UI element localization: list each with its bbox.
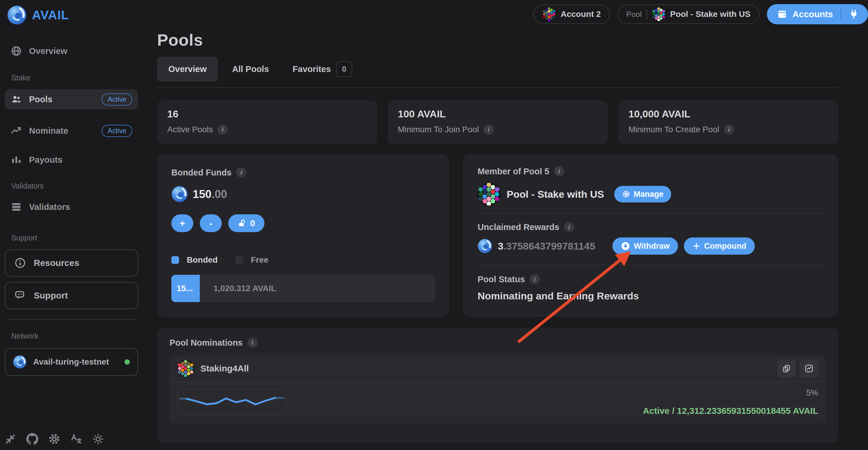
accounts-button-label: Accounts bbox=[793, 9, 833, 19]
stat-value: 100 AVAIL bbox=[398, 108, 598, 120]
stat-min-create: 10,000 AVAIL Minimum To Create Pool i bbox=[618, 100, 838, 144]
copy-address-button[interactable] bbox=[777, 359, 796, 378]
people-icon bbox=[11, 94, 22, 105]
tabs-divider bbox=[157, 88, 838, 88]
nomination-row: Staking4All bbox=[169, 355, 826, 423]
unclaimed-rewards-title: Unclaimed Rewards bbox=[477, 222, 559, 232]
app-root: AVAIL Overview Stake Pools Active Nomina… bbox=[0, 0, 868, 450]
wallet-icon bbox=[777, 9, 788, 20]
section-label-network: Network bbox=[5, 332, 138, 340]
network-name: Avail-turing-testnet bbox=[33, 357, 109, 367]
reward-amount: 3 bbox=[498, 240, 503, 252]
gear-icon bbox=[622, 190, 630, 198]
pool-status-title: Pool Status bbox=[477, 275, 525, 284]
avail-logo-icon bbox=[7, 5, 27, 25]
info-icon[interactable]: i bbox=[554, 166, 564, 176]
info-icon[interactable]: i bbox=[724, 125, 734, 135]
network-status-dot bbox=[125, 359, 130, 365]
sidebar-item-validators[interactable]: Validators bbox=[5, 197, 138, 217]
brand[interactable]: AVAIL bbox=[5, 5, 138, 25]
sidebar-item-support[interactable]: Support bbox=[5, 282, 138, 309]
sidebar-item-label: Validators bbox=[29, 202, 70, 212]
performance-sparkline bbox=[177, 389, 286, 415]
active-badge: Active bbox=[102, 93, 132, 105]
sidebar-footer bbox=[4, 432, 105, 446]
cards-row: Bonded Funds i 150.00 + - bbox=[157, 155, 838, 317]
stat-label: Minimum To Create Pool bbox=[628, 125, 719, 134]
sun-icon bbox=[92, 433, 104, 445]
sidebar-item-label: Resources bbox=[34, 258, 79, 268]
withdraw-button[interactable]: Withdraw bbox=[613, 237, 678, 255]
sidebar-item-pools[interactable]: Pools Active bbox=[5, 89, 138, 109]
accounts-button[interactable]: Accounts bbox=[767, 9, 841, 20]
sidebar-item-label: Overview bbox=[29, 46, 67, 56]
manage-button[interactable]: Manage bbox=[614, 186, 672, 202]
sidebar-item-label: Support bbox=[34, 291, 68, 300]
pool-nominations-card: Pool Nominations i Staking4All bbox=[157, 328, 838, 443]
pool-identicon-icon bbox=[652, 7, 665, 21]
info-icon[interactable]: i bbox=[564, 222, 574, 232]
plug-icon bbox=[848, 9, 859, 20]
language-button[interactable] bbox=[69, 432, 83, 446]
avail-logo-icon bbox=[13, 355, 27, 369]
language-icon bbox=[70, 433, 82, 445]
info-icon[interactable]: i bbox=[530, 274, 540, 284]
tab-all-pools[interactable]: All Pools bbox=[223, 57, 278, 82]
connect-button[interactable] bbox=[841, 9, 868, 20]
pill-separator bbox=[647, 9, 647, 19]
network-selector[interactable]: Avail-turing-testnet bbox=[5, 348, 138, 376]
pool-identicon-icon bbox=[477, 183, 500, 205]
stat-active-pools: 16 Active Pools i bbox=[157, 100, 377, 144]
sidebar: AVAIL Overview Stake Pools Active Nomina… bbox=[0, 0, 145, 450]
compound-button[interactable]: Compound bbox=[684, 237, 754, 255]
pool-pill[interactable]: Pool Pool - Stake with US bbox=[618, 4, 760, 24]
manage-button-label: Manage bbox=[634, 190, 664, 199]
divider bbox=[477, 213, 824, 213]
brand-name: AVAIL bbox=[32, 8, 69, 22]
validator-name: Staking4All bbox=[200, 363, 249, 374]
view-metrics-button[interactable] bbox=[800, 359, 818, 378]
sidebar-item-label: Pools bbox=[29, 95, 53, 104]
accounts-button-group: Accounts bbox=[767, 4, 868, 24]
sidebar-item-resources[interactable]: Resources bbox=[5, 249, 138, 277]
github-button[interactable] bbox=[26, 432, 39, 446]
info-icon[interactable]: i bbox=[248, 338, 258, 348]
plus-icon bbox=[692, 242, 701, 250]
tab-overview[interactable]: Overview bbox=[157, 57, 218, 82]
info-icon[interactable]: i bbox=[236, 167, 246, 178]
section-label-validators: Validators bbox=[5, 182, 138, 190]
stat-label: Active Pools bbox=[167, 125, 213, 134]
bonded-legend-label: Bonded bbox=[187, 255, 218, 265]
account-pill[interactable]: Account 2 bbox=[533, 4, 610, 24]
pool-membership-card: Member of Pool 5 i Pool - Stake with US … bbox=[463, 155, 838, 317]
theme-toggle-button[interactable] bbox=[91, 432, 105, 446]
account-identicon-icon bbox=[542, 7, 556, 21]
collapse-sidebar-button[interactable] bbox=[4, 432, 17, 446]
commission-value: 5% bbox=[806, 388, 818, 397]
sidebar-item-overview[interactable]: Overview bbox=[5, 41, 138, 61]
unlock-icon bbox=[238, 219, 247, 228]
bar-chart-icon bbox=[11, 154, 22, 165]
settings-button[interactable] bbox=[48, 432, 61, 446]
tab-favorites[interactable]: Favorites 0 bbox=[283, 57, 352, 82]
pool-pill-name: Pool - Stake with US bbox=[670, 9, 751, 19]
bond-more-button[interactable]: + bbox=[172, 214, 193, 232]
info-icon[interactable]: i bbox=[218, 125, 228, 135]
github-icon bbox=[26, 433, 38, 445]
info-icon[interactable]: i bbox=[484, 125, 494, 135]
pool-pill-prefix: Pool bbox=[626, 10, 642, 19]
bonded-funds-bar: 15... 1,020.312 AVAIL bbox=[172, 275, 435, 302]
pool-status-value: Nominating and Earning Rewards bbox=[477, 290, 824, 302]
stat-value: 16 bbox=[167, 108, 367, 120]
unbond-button[interactable]: - bbox=[200, 214, 222, 232]
card-title: Member of Pool 5 bbox=[477, 167, 549, 176]
globe-icon bbox=[11, 45, 22, 57]
arrow-down-circle-icon bbox=[621, 241, 630, 251]
page-title: Pools bbox=[157, 30, 838, 50]
bonded-legend-swatch bbox=[172, 256, 179, 264]
free-bar-segment: 1,020.312 AVAIL bbox=[200, 275, 435, 302]
stat-value: 10,000 AVAIL bbox=[628, 108, 828, 120]
sidebar-item-payouts[interactable]: Payouts bbox=[5, 150, 138, 170]
sidebar-item-nominate[interactable]: Nominate Active bbox=[5, 121, 138, 141]
unlocks-button[interactable]: 0 bbox=[228, 214, 265, 232]
